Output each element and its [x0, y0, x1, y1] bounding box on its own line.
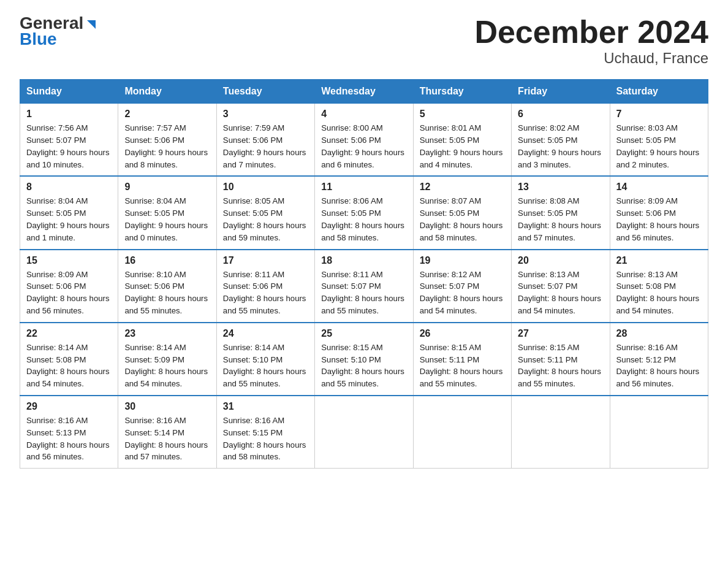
- calendar-title: December 2024: [474, 15, 708, 50]
- day-cell: 6 Sunrise: 8:02 AM Sunset: 5:05 PM Dayli…: [512, 104, 610, 177]
- day-number: 12: [420, 182, 505, 193]
- day-number: 5: [420, 109, 505, 120]
- day-info: Sunrise: 8:11 AM Sunset: 5:06 PM Dayligh…: [223, 269, 308, 317]
- calendar-subtitle: Uchaud, France: [474, 50, 708, 67]
- day-number: 9: [124, 182, 210, 193]
- calendar-body: 1 Sunrise: 7:56 AM Sunset: 5:07 PM Dayli…: [20, 104, 708, 469]
- day-cell: 17 Sunrise: 8:11 AM Sunset: 5:06 PM Dayl…: [216, 250, 314, 323]
- day-cell: 9 Sunrise: 8:04 AM Sunset: 5:05 PM Dayli…: [118, 176, 216, 249]
- day-number: 22: [26, 328, 112, 339]
- week-row-4: 22 Sunrise: 8:14 AM Sunset: 5:08 PM Dayl…: [20, 323, 708, 396]
- week-row-1: 1 Sunrise: 7:56 AM Sunset: 5:07 PM Dayli…: [20, 104, 708, 177]
- day-number: 25: [321, 328, 406, 339]
- day-cell: 22 Sunrise: 8:14 AM Sunset: 5:08 PM Dayl…: [20, 323, 118, 396]
- day-info: Sunrise: 8:16 AM Sunset: 5:14 PM Dayligh…: [124, 415, 210, 463]
- week-row-5: 29 Sunrise: 8:16 AM Sunset: 5:13 PM Dayl…: [20, 396, 708, 469]
- day-info: Sunrise: 8:06 AM Sunset: 5:05 PM Dayligh…: [321, 195, 406, 243]
- day-number: 1: [26, 109, 112, 120]
- day-info: Sunrise: 8:02 AM Sunset: 5:05 PM Dayligh…: [518, 122, 603, 170]
- day-cell: [315, 396, 413, 469]
- day-cell: [610, 396, 708, 469]
- day-cell: 30 Sunrise: 8:16 AM Sunset: 5:14 PM Dayl…: [118, 396, 216, 469]
- day-info: Sunrise: 8:14 AM Sunset: 5:08 PM Dayligh…: [26, 342, 112, 390]
- day-cell: 11 Sunrise: 8:06 AM Sunset: 5:05 PM Dayl…: [315, 176, 413, 249]
- day-cell: 2 Sunrise: 7:57 AM Sunset: 5:06 PM Dayli…: [118, 104, 216, 177]
- day-number: 26: [420, 328, 505, 339]
- day-info: Sunrise: 8:07 AM Sunset: 5:05 PM Dayligh…: [420, 195, 505, 243]
- day-info: Sunrise: 8:16 AM Sunset: 5:15 PM Dayligh…: [223, 415, 308, 463]
- day-info: Sunrise: 8:15 AM Sunset: 5:11 PM Dayligh…: [420, 342, 505, 390]
- col-saturday: Saturday: [610, 80, 708, 104]
- day-cell: 31 Sunrise: 8:16 AM Sunset: 5:15 PM Dayl…: [216, 396, 314, 469]
- day-info: Sunrise: 8:14 AM Sunset: 5:09 PM Dayligh…: [124, 342, 210, 390]
- col-monday: Monday: [118, 80, 216, 104]
- day-info: Sunrise: 8:13 AM Sunset: 5:08 PM Dayligh…: [616, 269, 702, 317]
- day-info: Sunrise: 8:14 AM Sunset: 5:10 PM Dayligh…: [223, 342, 308, 390]
- day-cell: 27 Sunrise: 8:15 AM Sunset: 5:11 PM Dayl…: [512, 323, 610, 396]
- day-info: Sunrise: 8:09 AM Sunset: 5:06 PM Dayligh…: [26, 269, 112, 317]
- day-number: 30: [124, 401, 210, 412]
- day-info: Sunrise: 8:16 AM Sunset: 5:13 PM Dayligh…: [26, 415, 112, 463]
- day-info: Sunrise: 7:59 AM Sunset: 5:06 PM Dayligh…: [223, 122, 308, 170]
- day-info: Sunrise: 8:04 AM Sunset: 5:05 PM Dayligh…: [26, 195, 112, 243]
- day-cell: 10 Sunrise: 8:05 AM Sunset: 5:05 PM Dayl…: [216, 176, 314, 249]
- day-info: Sunrise: 8:09 AM Sunset: 5:06 PM Dayligh…: [616, 195, 702, 243]
- day-cell: 21 Sunrise: 8:13 AM Sunset: 5:08 PM Dayl…: [610, 250, 708, 323]
- day-number: 19: [420, 255, 505, 266]
- day-number: 28: [616, 328, 702, 339]
- day-number: 11: [321, 182, 406, 193]
- day-cell: [413, 396, 511, 469]
- day-number: 31: [223, 401, 308, 412]
- day-cell: 24 Sunrise: 8:14 AM Sunset: 5:10 PM Dayl…: [216, 323, 314, 396]
- day-info: Sunrise: 8:05 AM Sunset: 5:05 PM Dayligh…: [223, 195, 308, 243]
- day-number: 2: [124, 109, 210, 120]
- day-cell: [512, 396, 610, 469]
- header-row: Sunday Monday Tuesday Wednesday Thursday…: [20, 80, 708, 104]
- day-info: Sunrise: 8:04 AM Sunset: 5:05 PM Dayligh…: [124, 195, 210, 243]
- day-info: Sunrise: 8:11 AM Sunset: 5:07 PM Dayligh…: [321, 269, 406, 317]
- day-number: 7: [616, 109, 702, 120]
- day-number: 24: [223, 328, 308, 339]
- day-cell: 25 Sunrise: 8:15 AM Sunset: 5:10 PM Dayl…: [315, 323, 413, 396]
- day-number: 21: [616, 255, 702, 266]
- week-row-3: 15 Sunrise: 8:09 AM Sunset: 5:06 PM Dayl…: [20, 250, 708, 323]
- day-info: Sunrise: 8:15 AM Sunset: 5:11 PM Dayligh…: [518, 342, 603, 390]
- day-cell: 20 Sunrise: 8:13 AM Sunset: 5:07 PM Dayl…: [512, 250, 610, 323]
- day-number: 18: [321, 255, 406, 266]
- col-sunday: Sunday: [20, 80, 118, 104]
- col-thursday: Thursday: [413, 80, 511, 104]
- logo: General Blue: [20, 15, 96, 49]
- page-header: General Blue December 2024 Uchaud, Franc…: [20, 15, 708, 67]
- day-info: Sunrise: 8:16 AM Sunset: 5:12 PM Dayligh…: [616, 342, 702, 390]
- day-cell: 19 Sunrise: 8:12 AM Sunset: 5:07 PM Dayl…: [413, 250, 511, 323]
- day-info: Sunrise: 8:03 AM Sunset: 5:05 PM Dayligh…: [616, 122, 702, 170]
- col-tuesday: Tuesday: [216, 80, 314, 104]
- day-info: Sunrise: 8:08 AM Sunset: 5:05 PM Dayligh…: [518, 195, 603, 243]
- week-row-2: 8 Sunrise: 8:04 AM Sunset: 5:05 PM Dayli…: [20, 176, 708, 249]
- day-number: 10: [223, 182, 308, 193]
- day-cell: 26 Sunrise: 8:15 AM Sunset: 5:11 PM Dayl…: [413, 323, 511, 396]
- day-cell: 13 Sunrise: 8:08 AM Sunset: 5:05 PM Dayl…: [512, 176, 610, 249]
- day-number: 29: [26, 401, 112, 412]
- col-wednesday: Wednesday: [315, 80, 413, 104]
- calendar-header: Sunday Monday Tuesday Wednesday Thursday…: [20, 80, 708, 104]
- day-info: Sunrise: 7:57 AM Sunset: 5:06 PM Dayligh…: [124, 122, 210, 170]
- day-number: 3: [223, 109, 308, 120]
- title-block: December 2024 Uchaud, France: [474, 15, 708, 67]
- day-cell: 28 Sunrise: 8:16 AM Sunset: 5:12 PM Dayl…: [610, 323, 708, 396]
- svg-marker-0: [87, 20, 96, 29]
- day-number: 8: [26, 182, 112, 193]
- day-cell: 29 Sunrise: 8:16 AM Sunset: 5:13 PM Dayl…: [20, 396, 118, 469]
- day-cell: 8 Sunrise: 8:04 AM Sunset: 5:05 PM Dayli…: [20, 176, 118, 249]
- day-number: 6: [518, 109, 603, 120]
- day-info: Sunrise: 8:15 AM Sunset: 5:10 PM Dayligh…: [321, 342, 406, 390]
- day-number: 16: [124, 255, 210, 266]
- day-number: 27: [518, 328, 603, 339]
- calendar-table: Sunday Monday Tuesday Wednesday Thursday…: [20, 79, 708, 469]
- day-info: Sunrise: 8:01 AM Sunset: 5:05 PM Dayligh…: [420, 122, 505, 170]
- day-cell: 14 Sunrise: 8:09 AM Sunset: 5:06 PM Dayl…: [610, 176, 708, 249]
- day-cell: 23 Sunrise: 8:14 AM Sunset: 5:09 PM Dayl…: [118, 323, 216, 396]
- day-cell: 3 Sunrise: 7:59 AM Sunset: 5:06 PM Dayli…: [216, 104, 314, 177]
- day-cell: 4 Sunrise: 8:00 AM Sunset: 5:06 PM Dayli…: [315, 104, 413, 177]
- day-number: 15: [26, 255, 112, 266]
